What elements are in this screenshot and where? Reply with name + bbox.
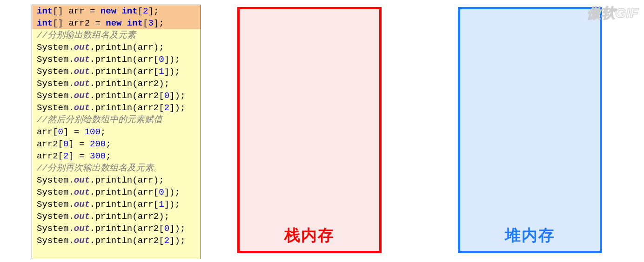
code-token: //分别再次输出数组名及元素。 bbox=[37, 163, 162, 173]
code-token: .println(arr2[ bbox=[90, 91, 164, 101]
code-token: 0 bbox=[164, 223, 169, 234]
code-token: [ bbox=[138, 6, 143, 16]
code-token: out bbox=[74, 236, 90, 246]
code-token: out bbox=[74, 223, 90, 234]
code-token: new int bbox=[101, 6, 138, 16]
code-token: 0 bbox=[58, 127, 63, 137]
code-token: System. bbox=[37, 54, 74, 65]
code-token: 0 bbox=[63, 139, 68, 149]
code-token: ]); bbox=[164, 187, 180, 197]
code-token: ]); bbox=[169, 103, 185, 113]
code-token: [] arr2 = bbox=[53, 18, 106, 28]
code-token: ] = bbox=[63, 127, 85, 137]
code-token: System. bbox=[37, 79, 74, 89]
code-token: int bbox=[37, 18, 53, 28]
code-line: System.out.println(arr); bbox=[32, 174, 201, 186]
code-token: 300 bbox=[90, 151, 106, 161]
code-token: out bbox=[74, 42, 90, 52]
code-token: out bbox=[74, 199, 90, 210]
code-token: ]); bbox=[164, 66, 180, 77]
code-line: //分别再次输出数组名及元素。 bbox=[32, 162, 201, 174]
code-token: ]); bbox=[169, 91, 185, 101]
stack-memory-box: 栈内存 bbox=[237, 7, 382, 253]
code-line: System.out.println(arr2[0]); bbox=[32, 90, 201, 102]
code-token: System. bbox=[37, 211, 74, 222]
code-token: [] arr = bbox=[53, 6, 101, 16]
code-token: int bbox=[37, 6, 53, 16]
code-token: arr2[ bbox=[37, 139, 63, 149]
code-token: ; bbox=[106, 139, 111, 149]
code-token: out bbox=[74, 91, 90, 101]
code-token: 3 bbox=[148, 18, 153, 28]
code-token: //分别输出数组名及元素 bbox=[37, 30, 136, 40]
code-token: System. bbox=[37, 175, 74, 185]
heap-memory-box: 堆内存 bbox=[458, 7, 602, 253]
code-token: 1 bbox=[159, 199, 164, 210]
code-line: System.out.println(arr2[0]); bbox=[32, 223, 201, 235]
code-token: 2 bbox=[143, 6, 148, 16]
code-token: .println(arr2[ bbox=[90, 103, 164, 113]
code-token: out bbox=[74, 66, 90, 77]
code-token: 2 bbox=[63, 151, 68, 161]
code-token: //然后分别给数组中的元素赋值 bbox=[37, 115, 162, 125]
code-token: System. bbox=[37, 66, 74, 77]
code-token: .println(arr2); bbox=[90, 79, 169, 89]
code-token: .println(arr[ bbox=[90, 66, 159, 77]
code-line: int[] arr2 = new int[3]; bbox=[32, 17, 201, 29]
code-token: .println(arr2); bbox=[90, 211, 169, 222]
code-token: new int bbox=[106, 18, 143, 28]
heap-memory-label: 堆内存 bbox=[460, 225, 600, 246]
code-token: System. bbox=[37, 42, 74, 52]
code-token: System. bbox=[37, 91, 74, 101]
code-line: System.out.println(arr[0]); bbox=[32, 186, 201, 198]
code-line: System.out.println(arr2[2]); bbox=[32, 235, 201, 247]
code-token: 0 bbox=[159, 187, 164, 197]
code-token: .println(arr); bbox=[90, 42, 164, 52]
code-token: out bbox=[74, 211, 90, 222]
code-line: arr2[0] = 200; bbox=[32, 138, 201, 150]
code-token: ]); bbox=[169, 223, 185, 234]
code-token: out bbox=[74, 187, 90, 197]
code-token: arr2[ bbox=[37, 151, 63, 161]
code-token: System. bbox=[37, 199, 74, 210]
code-token: out bbox=[74, 103, 90, 113]
code-token: System. bbox=[37, 236, 74, 246]
code-token: ]; bbox=[148, 6, 159, 16]
code-token: ; bbox=[101, 127, 106, 137]
code-line: System.out.println(arr); bbox=[32, 41, 201, 53]
code-line: //分别输出数组名及元素 bbox=[32, 29, 201, 41]
code-token: .println(arr[ bbox=[90, 199, 159, 210]
code-token: out bbox=[74, 175, 90, 185]
code-token: System. bbox=[37, 223, 74, 234]
code-token: 2 bbox=[164, 103, 169, 113]
code-token: .println(arr[ bbox=[90, 54, 159, 65]
code-line: arr[0] = 100; bbox=[32, 126, 201, 138]
code-line: System.out.println(arr2); bbox=[32, 210, 201, 223]
code-token: System. bbox=[37, 187, 74, 197]
code-token: ]); bbox=[164, 54, 180, 65]
stack-memory-label: 栈内存 bbox=[240, 225, 379, 246]
code-line: System.out.println(arr[0]); bbox=[32, 53, 201, 66]
code-token: 1 bbox=[159, 66, 164, 77]
code-token: out bbox=[74, 79, 90, 89]
code-line: System.out.println(arr2[2]); bbox=[32, 102, 201, 114]
code-line: System.out.println(arr2); bbox=[32, 78, 201, 90]
code-token: 200 bbox=[90, 139, 106, 149]
code-token: .println(arr[ bbox=[90, 187, 159, 197]
code-line: //然后分别给数组中的元素赋值 bbox=[32, 114, 201, 126]
code-token: 0 bbox=[159, 54, 164, 65]
code-line: System.out.println(arr[1]); bbox=[32, 66, 201, 78]
code-token: ]; bbox=[154, 18, 164, 28]
code-token: 2 bbox=[164, 236, 169, 246]
code-line: arr2[2] = 300; bbox=[32, 150, 201, 162]
code-token: out bbox=[74, 54, 90, 65]
code-line: System.out.println(arr[1]); bbox=[32, 198, 201, 210]
code-panel: int[] arr = new int[2];int[] arr2 = new … bbox=[32, 5, 201, 259]
code-token: ] = bbox=[68, 139, 90, 149]
code-token: ]); bbox=[169, 236, 185, 246]
code-line: int[] arr = new int[2]; bbox=[32, 5, 201, 17]
code-token: [ bbox=[143, 18, 148, 28]
code-token: .println(arr2[ bbox=[90, 236, 164, 246]
code-token: arr[ bbox=[37, 127, 58, 137]
code-token: ; bbox=[106, 151, 111, 161]
